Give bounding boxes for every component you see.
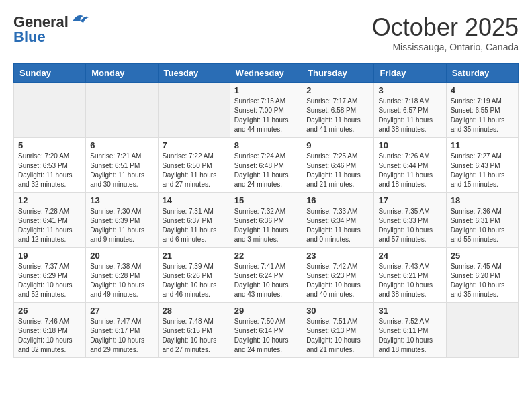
day-info: Sunrise: 7:17 AM Sunset: 6:58 PM Dayligh… <box>306 97 369 134</box>
calendar-cell: 7Sunrise: 7:22 AM Sunset: 6:50 PM Daylig… <box>158 138 230 193</box>
day-info: Sunrise: 7:18 AM Sunset: 6:57 PM Dayligh… <box>378 97 441 134</box>
day-number: 30 <box>306 306 369 316</box>
calendar-cell: 30Sunrise: 7:51 AM Sunset: 6:13 PM Dayli… <box>302 303 374 358</box>
day-number: 6 <box>90 140 153 150</box>
day-info: Sunrise: 7:48 AM Sunset: 6:15 PM Dayligh… <box>163 317 226 355</box>
day-info: Sunrise: 7:19 AM Sunset: 6:55 PM Dayligh… <box>451 97 514 134</box>
day-info: Sunrise: 7:25 AM Sunset: 6:46 PM Dayligh… <box>306 152 369 189</box>
calendar-cell: 27Sunrise: 7:47 AM Sunset: 6:17 PM Dayli… <box>86 303 158 358</box>
calendar-cell: 21Sunrise: 7:39 AM Sunset: 6:26 PM Dayli… <box>158 248 230 303</box>
day-number: 1 <box>234 85 298 95</box>
day-number: 16 <box>306 195 369 205</box>
logo-blue: Blue <box>13 28 46 46</box>
day-number: 2 <box>306 85 369 95</box>
day-of-week-header: Wednesday <box>230 64 302 83</box>
day-info: Sunrise: 7:32 AM Sunset: 6:36 PM Dayligh… <box>234 207 298 244</box>
day-of-week-header: Saturday <box>446 64 518 83</box>
day-info: Sunrise: 7:51 AM Sunset: 6:13 PM Dayligh… <box>306 317 369 355</box>
day-info: Sunrise: 7:30 AM Sunset: 6:39 PM Dayligh… <box>90 207 153 244</box>
day-info: Sunrise: 7:50 AM Sunset: 6:14 PM Dayligh… <box>234 317 298 355</box>
page-header: General Blue October 2025 Mississauga, O… <box>13 13 519 52</box>
day-info: Sunrise: 7:27 AM Sunset: 6:43 PM Dayligh… <box>451 152 514 189</box>
day-info: Sunrise: 7:43 AM Sunset: 6:21 PM Dayligh… <box>378 262 441 300</box>
day-number: 5 <box>18 140 81 150</box>
location: Mississauga, Ontario, Canada <box>372 42 519 52</box>
calendar-cell <box>14 83 86 138</box>
day-number: 8 <box>234 140 298 150</box>
day-info: Sunrise: 7:45 AM Sunset: 6:20 PM Dayligh… <box>451 262 514 300</box>
calendar-cell: 22Sunrise: 7:41 AM Sunset: 6:24 PM Dayli… <box>230 248 302 303</box>
day-info: Sunrise: 7:36 AM Sunset: 6:31 PM Dayligh… <box>451 207 514 244</box>
title-section: October 2025 Mississauga, Ontario, Canad… <box>372 13 519 52</box>
day-number: 28 <box>163 306 226 316</box>
calendar-cell: 28Sunrise: 7:48 AM Sunset: 6:15 PM Dayli… <box>158 303 230 358</box>
day-number: 23 <box>306 250 369 261</box>
calendar-week-row: 26Sunrise: 7:46 AM Sunset: 6:18 PM Dayli… <box>14 303 519 358</box>
calendar-week-row: 19Sunrise: 7:37 AM Sunset: 6:29 PM Dayli… <box>14 248 519 303</box>
calendar-header-row: SundayMondayTuesdayWednesdayThursdayFrid… <box>14 64 519 83</box>
day-info: Sunrise: 7:21 AM Sunset: 6:51 PM Dayligh… <box>90 152 153 189</box>
day-info: Sunrise: 7:22 AM Sunset: 6:50 PM Dayligh… <box>163 152 226 189</box>
calendar-cell <box>86 83 158 138</box>
day-info: Sunrise: 7:35 AM Sunset: 6:33 PM Dayligh… <box>378 207 441 244</box>
day-number: 14 <box>163 195 226 205</box>
day-number: 29 <box>234 306 298 316</box>
calendar-cell: 12Sunrise: 7:28 AM Sunset: 6:41 PM Dayli… <box>14 193 86 248</box>
day-number: 27 <box>90 306 153 316</box>
day-number: 11 <box>451 140 514 150</box>
day-of-week-header: Friday <box>374 64 446 83</box>
calendar-cell: 26Sunrise: 7:46 AM Sunset: 6:18 PM Dayli… <box>14 303 86 358</box>
calendar-cell <box>158 83 230 138</box>
calendar-week-row: 1Sunrise: 7:15 AM Sunset: 7:00 PM Daylig… <box>14 83 519 138</box>
calendar-cell: 18Sunrise: 7:36 AM Sunset: 6:31 PM Dayli… <box>446 193 518 248</box>
day-info: Sunrise: 7:37 AM Sunset: 6:29 PM Dayligh… <box>18 262 81 300</box>
calendar-cell: 3Sunrise: 7:18 AM Sunset: 6:57 PM Daylig… <box>374 83 446 138</box>
day-info: Sunrise: 7:15 AM Sunset: 7:00 PM Dayligh… <box>234 97 298 134</box>
calendar-cell: 10Sunrise: 7:26 AM Sunset: 6:44 PM Dayli… <box>374 138 446 193</box>
calendar-cell: 19Sunrise: 7:37 AM Sunset: 6:29 PM Dayli… <box>14 248 86 303</box>
day-info: Sunrise: 7:24 AM Sunset: 6:48 PM Dayligh… <box>234 152 298 189</box>
calendar-cell: 6Sunrise: 7:21 AM Sunset: 6:51 PM Daylig… <box>86 138 158 193</box>
day-info: Sunrise: 7:39 AM Sunset: 6:26 PM Dayligh… <box>163 262 226 300</box>
day-of-week-header: Thursday <box>302 64 374 83</box>
day-number: 3 <box>378 85 441 95</box>
day-info: Sunrise: 7:46 AM Sunset: 6:18 PM Dayligh… <box>18 317 81 355</box>
day-number: 12 <box>18 195 81 205</box>
day-info: Sunrise: 7:52 AM Sunset: 6:11 PM Dayligh… <box>378 317 441 355</box>
calendar-cell: 23Sunrise: 7:42 AM Sunset: 6:23 PM Dayli… <box>302 248 374 303</box>
logo: General Blue <box>13 13 89 46</box>
day-number: 7 <box>163 140 226 150</box>
calendar-cell: 31Sunrise: 7:52 AM Sunset: 6:11 PM Dayli… <box>374 303 446 358</box>
calendar-cell: 4Sunrise: 7:19 AM Sunset: 6:55 PM Daylig… <box>446 83 518 138</box>
calendar-cell: 24Sunrise: 7:43 AM Sunset: 6:21 PM Dayli… <box>374 248 446 303</box>
day-number: 21 <box>163 250 226 261</box>
day-number: 9 <box>306 140 369 150</box>
day-number: 10 <box>378 140 441 150</box>
day-number: 4 <box>451 85 514 95</box>
calendar-cell: 17Sunrise: 7:35 AM Sunset: 6:33 PM Dayli… <box>374 193 446 248</box>
day-number: 17 <box>378 195 441 205</box>
calendar-cell: 25Sunrise: 7:45 AM Sunset: 6:20 PM Dayli… <box>446 248 518 303</box>
calendar-cell: 2Sunrise: 7:17 AM Sunset: 6:58 PM Daylig… <box>302 83 374 138</box>
day-info: Sunrise: 7:20 AM Sunset: 6:53 PM Dayligh… <box>18 152 81 189</box>
day-number: 13 <box>90 195 153 205</box>
calendar-cell: 29Sunrise: 7:50 AM Sunset: 6:14 PM Dayli… <box>230 303 302 358</box>
logo-bird-icon <box>70 12 89 27</box>
day-info: Sunrise: 7:28 AM Sunset: 6:41 PM Dayligh… <box>18 207 81 244</box>
month-title: October 2025 <box>372 13 519 42</box>
day-number: 24 <box>378 250 441 261</box>
calendar-cell: 5Sunrise: 7:20 AM Sunset: 6:53 PM Daylig… <box>14 138 86 193</box>
day-of-week-header: Monday <box>86 64 158 83</box>
day-info: Sunrise: 7:42 AM Sunset: 6:23 PM Dayligh… <box>306 262 369 300</box>
day-number: 22 <box>234 250 298 261</box>
day-number: 18 <box>451 195 514 205</box>
calendar-week-row: 12Sunrise: 7:28 AM Sunset: 6:41 PM Dayli… <box>14 193 519 248</box>
calendar-cell: 20Sunrise: 7:38 AM Sunset: 6:28 PM Dayli… <box>86 248 158 303</box>
day-of-week-header: Sunday <box>14 64 86 83</box>
day-of-week-header: Tuesday <box>158 64 230 83</box>
day-info: Sunrise: 7:41 AM Sunset: 6:24 PM Dayligh… <box>234 262 298 300</box>
day-info: Sunrise: 7:26 AM Sunset: 6:44 PM Dayligh… <box>378 152 441 189</box>
day-info: Sunrise: 7:33 AM Sunset: 6:34 PM Dayligh… <box>306 207 369 244</box>
day-number: 15 <box>234 195 298 205</box>
calendar-cell: 8Sunrise: 7:24 AM Sunset: 6:48 PM Daylig… <box>230 138 302 193</box>
